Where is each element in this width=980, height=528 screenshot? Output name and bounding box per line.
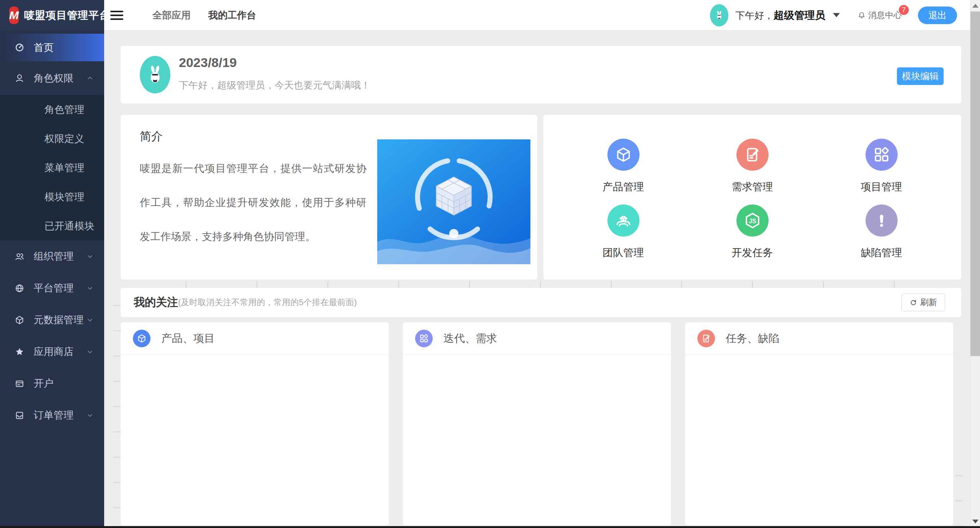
sidebar-item-label: 元数据管理 <box>34 313 83 327</box>
follow-title: 我的关注 <box>134 295 178 310</box>
follow-card-header: 任务、缺陷 <box>685 322 953 355</box>
user-avatar[interactable] <box>710 4 728 26</box>
sidebar-item-label: 组织管理 <box>34 250 74 263</box>
welcome-date: 2023/8/19 <box>179 55 237 70</box>
module-product-management[interactable]: 产品管理 <box>603 139 644 194</box>
top-nav: 全部应用 我的工作台 <box>152 9 256 21</box>
sidebar-item-label: 订单管理 <box>34 409 74 422</box>
scrollbar-thumb[interactable] <box>970 11 980 356</box>
intro-title: 简介 <box>140 129 163 144</box>
refresh-button[interactable]: 刷新 <box>901 294 945 311</box>
sidebar-item-organization[interactable]: 组织管理 <box>0 240 104 272</box>
sidebar-item-label: 开户 <box>34 377 54 390</box>
message-center-button[interactable]: 消息中心 7 <box>857 10 902 21</box>
module-label: 项目管理 <box>861 180 902 194</box>
sidebar-item-label: 首页 <box>34 41 54 54</box>
follow-card-header: 迭代、需求 <box>403 322 671 355</box>
metadata-cube-icon <box>14 315 25 325</box>
module-team-management[interactable]: 团队管理 <box>603 204 644 260</box>
cube-icon <box>133 330 151 347</box>
menu-collapse-icon[interactable] <box>110 5 130 25</box>
mascot-rabbit-icon <box>714 10 724 20</box>
role-icon <box>14 73 25 83</box>
components-icon <box>865 139 898 171</box>
module-label: 开发任务 <box>732 246 773 260</box>
scroll-down-arrow-icon[interactable] <box>972 520 978 523</box>
mascot-avatar <box>140 56 170 93</box>
window-bottom-edge <box>0 526 980 528</box>
sidebar-item-app-store[interactable]: 应用商店 <box>0 336 104 368</box>
sidebar-submenu-role-permissions: 角色管理 权限定义 菜单管理 模块管理 已开通模块 <box>0 95 104 240</box>
follow-card-header: 产品、项目 <box>121 322 389 355</box>
follow-card-products-projects[interactable]: 产品、项目 <box>121 322 389 525</box>
team-icon <box>607 204 640 237</box>
sidebar-subitem-menu-management[interactable]: 菜单管理 <box>0 153 104 182</box>
top-header: M 唛盟项目管理平台 全部应用 我的工作台 下午好，超级管理员 消息中心 7 退… <box>0 0 970 31</box>
chevron-down-icon <box>86 411 94 420</box>
refresh-icon <box>910 299 917 306</box>
module-label: 团队管理 <box>603 246 644 260</box>
document-edit-icon <box>697 330 715 347</box>
sidebar-item-metadata[interactable]: 元数据管理 <box>0 304 104 336</box>
star-icon <box>14 347 25 357</box>
globe-icon <box>14 283 25 293</box>
follow-card-tasks-defects[interactable]: 任务、缺陷 <box>685 322 953 525</box>
modules-grid: 产品管理 需求管理 项目管理 团队管理 开发任务 缺陷管理 <box>559 139 946 260</box>
follow-note: (及时取消关注不常用的，常用的5个排在最前面) <box>178 297 357 308</box>
module-label: 产品管理 <box>603 180 644 194</box>
greeting-prefix: 下午好， <box>735 10 774 21</box>
sidebar-item-role-permissions[interactable]: 角色权限 <box>0 61 104 95</box>
follow-card-iterations-requirements[interactable]: 迭代、需求 <box>403 322 671 525</box>
message-center-label: 消息中心 <box>868 10 902 21</box>
sidebar-item-label: 平台管理 <box>34 281 74 295</box>
module-project-management[interactable]: 项目管理 <box>861 139 902 194</box>
refresh-label: 刷新 <box>920 297 937 308</box>
sidebar-item-orders[interactable]: 订单管理 <box>0 399 104 431</box>
sidebar-subitem-role-management[interactable]: 角色管理 <box>0 95 104 124</box>
welcome-message: 下午好，超级管理员，今天也要元气满满哦！ <box>179 79 370 92</box>
follow-card-label: 迭代、需求 <box>443 331 497 346</box>
caret-down-icon[interactable] <box>833 13 840 17</box>
module-edit-button[interactable]: 模块编辑 <box>897 67 944 85</box>
tab-my-workbench[interactable]: 我的工作台 <box>208 9 256 21</box>
exclamation-icon <box>865 204 898 237</box>
logo-block: M 唛盟项目管理平台 <box>0 0 104 31</box>
sidebar-item-label: 角色权限 <box>34 72 74 85</box>
account-card-icon <box>14 379 25 389</box>
module-requirement-management[interactable]: 需求管理 <box>732 139 773 194</box>
mascot-rabbit-icon <box>145 63 165 87</box>
module-dev-tasks[interactable]: 开发任务 <box>732 204 773 260</box>
nodejs-icon <box>736 204 769 237</box>
sidebar-subitem-module-management[interactable]: 模块管理 <box>0 182 104 211</box>
sidebar-item-label: 应用商店 <box>34 345 74 358</box>
page-scrollbar[interactable] <box>970 0 980 528</box>
sidebar-item-home[interactable]: 首页 <box>0 34 104 61</box>
logo-icon: M <box>9 7 19 24</box>
chevron-up-icon <box>86 74 94 82</box>
bell-icon <box>857 11 866 20</box>
sidebar-subitem-permission-definition[interactable]: 权限定义 <box>0 124 104 153</box>
module-label: 缺陷管理 <box>861 246 902 260</box>
greeting-dropdown[interactable]: 下午好，超级管理员 <box>735 8 825 22</box>
app-root: M 唛盟项目管理平台 全部应用 我的工作台 下午好，超级管理员 消息中心 7 退… <box>0 0 980 528</box>
intro-body: 唛盟是新一代项目管理平台，提供一站式研发协作工具，帮助企业提升研发效能，使用于多… <box>140 152 366 254</box>
sidebar-item-platform[interactable]: 平台管理 <box>0 272 104 304</box>
organization-icon <box>14 252 25 262</box>
tab-all-apps[interactable]: 全部应用 <box>152 9 191 21</box>
logout-button[interactable]: 退出 <box>918 7 957 24</box>
chevron-down-icon <box>86 252 94 261</box>
welcome-card: 2023/8/19 下午好，超级管理员，今天也要元气满满哦！ 模块编辑 <box>121 46 961 103</box>
modules-card: 产品管理 需求管理 项目管理 团队管理 开发任务 缺陷管理 <box>543 115 961 280</box>
sidebar-item-open-account[interactable]: 开户 <box>0 368 104 399</box>
sidebar-subitem-opened-modules[interactable]: 已开通模块 <box>0 211 104 240</box>
scroll-up-arrow-icon[interactable] <box>972 4 978 8</box>
document-edit-icon <box>736 139 769 171</box>
module-label: 需求管理 <box>732 180 773 194</box>
order-icon <box>14 410 25 420</box>
intro-illustration <box>377 139 530 264</box>
dashboard-icon <box>14 43 25 52</box>
follow-card-label: 产品、项目 <box>161 331 215 346</box>
app-title: 唛盟项目管理平台 <box>24 8 110 22</box>
module-defect-management[interactable]: 缺陷管理 <box>861 204 902 260</box>
follow-card-label: 任务、缺陷 <box>726 331 779 346</box>
